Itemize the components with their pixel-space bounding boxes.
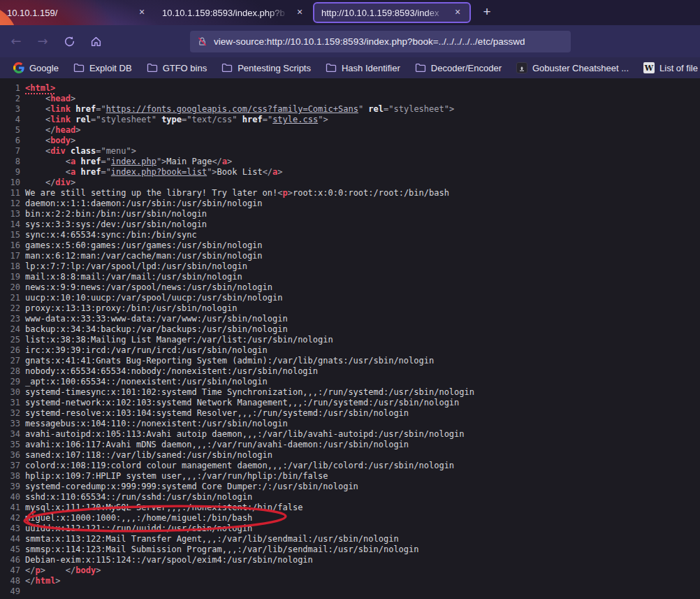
source-link[interactable]: style.css [272,115,318,124]
code-text: systemd-timesync:x:101:102:systemd Time … [25,387,474,398]
code-token: Main Page [166,157,212,166]
code-text: </html> [25,576,61,586]
code-text: sync:x:4:65534:sync:/bin:/bin/sync [25,230,197,240]
code-token: root:x:0:0:root:/root:/bin/bash [293,188,449,198]
code-token: > [41,565,45,575]
line-number: 25 [6,335,25,345]
code-token: =" [263,115,272,124]
code-token: stylesheet [393,104,444,114]
code-token: rel [75,115,91,124]
bookmark-item-3[interactable]: GTFO bins [143,61,212,75]
forward-button[interactable]: → [32,31,53,52]
source-view: 1<html>2 <head>3 <link href="https://fon… [0,78,700,599]
back-button[interactable]: ← [6,31,27,52]
line-number: 37 [6,461,25,471]
code-token: systemd-timesync:x:101:102:systemd Time … [25,387,474,397]
code-token: p [35,565,40,575]
close-icon[interactable]: × [136,6,148,19]
bookmark-item-2[interactable]: Exploit DB [69,61,136,75]
code-token: </ [45,178,55,187]
bookmark-item-7[interactable]: Gobuster Cheatsheet ... [512,60,633,75]
code-token: > [71,94,75,103]
reload-button[interactable] [59,31,80,52]
source-line: 19mail:x:8:8:mail:/var/mail:/usr/sbin/no… [6,272,700,282]
source-link[interactable]: index.php [111,157,156,166]
source-line: 47</p> </body> [6,565,700,576]
code-token: <html> [25,83,55,93]
code-token: " [152,115,156,124]
code-text: systemd-resolve:x:103:104:systemd Resolv… [25,408,409,419]
bookmark-item-4[interactable]: Pentesting Scripts [217,61,315,75]
line-number: 30 [6,387,25,398]
tab-1[interactable]: 10.10.1.159/ × [0,0,154,25]
code-token: Debian-exim:x:115:124::/var/spool/exim4:… [25,555,313,565]
code-token: =" [384,104,393,114]
code-token [66,146,71,156]
line-number: 17 [6,251,25,261]
source-line: 12daemon:x:1:1:daemon:/usr/sbin:/usr/sbi… [6,199,700,209]
source-line: 14sys:x:3:3:sys:/dev:/usr/sbin/nologin [6,219,700,230]
bookmark-item-1[interactable]: Google [9,60,63,75]
tab-2[interactable]: 10.10.1.159:8593/index.php?b × [155,0,312,25]
code-text: backup:x:34:34:backup:/var/backups:/usr/… [25,324,288,335]
line-number: 5 [6,125,25,136]
code-text: gnats:x:41:41:Gnats Bug-Reporting System… [25,356,434,366]
code-token: games:x:5:60:games:/usr/games:/usr/sbin/… [25,240,263,250]
line-number: 42 [6,513,25,524]
code-token: uucp:x:10:10:uucp:/var/spool/uucp:/usr/s… [25,293,282,303]
source-link[interactable]: index.php?book=list [111,167,207,177]
code-token [238,115,242,124]
code-text: mail:x:8:8:mail:/var/mail:/usr/sbin/nolo… [25,272,242,282]
code-token: mysql:x:111:120:MySQL Server,,,:/nonexis… [25,503,302,512]
tab-1-label: 10.10.1.159/ [7,8,133,18]
line-number: 32 [6,408,25,419]
code-token: avahi:x:106:117:Avahi mDNS daemon,,,:/va… [25,440,409,449]
line-number: 43 [6,524,25,534]
line-number: 11 [6,188,25,199]
code-token: " [232,115,237,124]
source-line: 3 <link href="https://fonts.googleapis.c… [6,104,700,115]
line-number: 8 [6,157,25,167]
code-token: < [66,157,71,166]
bookmark-item-5[interactable]: Hash Identifier [321,61,404,75]
code-token: mail:x:8:8:mail:/var/mail:/usr/sbin/nolo… [25,272,242,282]
home-button[interactable] [85,31,106,52]
code-token: lp:x:7:7:lp:/var/spool/lpd:/usr/sbin/nol… [25,261,247,271]
close-icon[interactable]: × [451,6,464,19]
code-token: smmta:x:113:122:Mail Transfer Agent,,,:/… [25,534,399,544]
code-token: href [81,167,101,177]
close-icon[interactable]: × [293,6,306,19]
new-tab-button[interactable]: + [478,3,496,22]
code-token: sshd:x:110:65534::/run/sshd:/usr/sbin/no… [25,492,252,502]
source-line: 2 <head> [6,94,700,104]
bookmark-item-8[interactable]: WList of file s [639,60,700,75]
source-line: 1<html> [6,83,700,94]
bookmark-item-6[interactable]: Decoder/Encoder [411,61,506,75]
source-line: 7 <div class="menu"> [6,146,700,157]
code-text: _apt:x:100:65534::/nonexistent:/usr/sbin… [25,377,268,387]
tab-3-active[interactable]: http://10.10.1.159:8593/index × [313,2,471,23]
code-token: irc:x:39:39:ircd:/var/run/ircd:/usr/sbin… [25,345,268,355]
code-token: messagebus:x:104:110::/nonexistent:/usr/… [25,419,288,428]
source-link[interactable]: https://fonts.googleapis.com/css?family=… [106,104,358,114]
code-token: daemon:x:1:1:daemon:/usr/sbin:/usr/sbin/… [25,199,263,208]
code-text: daemon:x:1:1:daemon:/usr/sbin:/usr/sbin/… [25,199,263,209]
line-number: 35 [6,440,25,450]
code-token [45,565,66,575]
code-text: news:x:9:9:news:/var/spool/news:/usr/sbi… [25,282,272,293]
code-token: href [242,115,263,124]
home-icon [90,36,102,48]
code-token: =" [101,157,110,166]
source-line: 24backup:x:34:34:backup:/var/backups:/us… [6,324,700,335]
code-token [25,178,45,187]
code-token: > [71,178,75,187]
line-number: 13 [6,209,25,219]
bookmark-label: Gobuster Cheatsheet ... [532,63,629,73]
code-token: > [449,104,454,114]
gobuster-favicon [516,62,527,73]
code-token: news:x:9:9:news:/var/spool/news:/usr/sbi… [25,282,272,292]
url-bar[interactable]: view-source:http://10.10.1.159:8593/inde… [190,31,571,52]
code-token [25,125,45,135]
code-token [25,94,45,103]
source-line: 22proxy:x:13:13:proxy:/bin:/usr/sbin/nol… [6,303,700,314]
